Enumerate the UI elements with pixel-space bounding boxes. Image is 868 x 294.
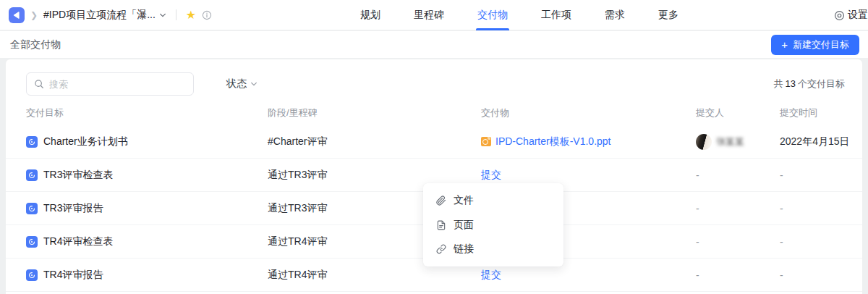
tab-requirements[interactable]: 需求 bbox=[605, 0, 625, 30]
submitter-name: 张某某 bbox=[716, 135, 744, 148]
tab-planning[interactable]: 规划 bbox=[360, 0, 380, 30]
tab-work-items[interactable]: 工作项 bbox=[541, 0, 571, 30]
filter-row: 状态 共13个交付目标 bbox=[26, 72, 845, 96]
stage-name: 通过TR4评审 bbox=[268, 269, 327, 282]
stage-name: 通过TR3评审 bbox=[268, 169, 327, 182]
chevron-down-icon bbox=[250, 80, 258, 88]
submitter-empty: - bbox=[696, 236, 699, 248]
target-name[interactable]: Charter业务计划书 bbox=[43, 135, 128, 148]
submitter-empty: - bbox=[696, 169, 699, 181]
submit-time-empty: - bbox=[780, 169, 783, 181]
deliverable-target-icon bbox=[26, 169, 38, 181]
table-header: 交付目标 阶段/里程碑 交付物 提交人 提交时间 bbox=[6, 101, 862, 125]
status-filter-label: 状态 bbox=[226, 77, 247, 91]
deliverable-file-link[interactable]: IPD-Charter模板-V1.0.ppt bbox=[495, 135, 611, 148]
status-filter[interactable]: 状态 bbox=[226, 77, 258, 91]
tab-milestone[interactable]: 里程碑 bbox=[414, 0, 444, 30]
target-name[interactable]: TR4评审报告 bbox=[43, 269, 103, 282]
stage-name: 通过TR3评审 bbox=[268, 202, 327, 215]
link-icon bbox=[436, 244, 446, 254]
project-title-dropdown[interactable]: #IPD项目立项流程「瀑... bbox=[43, 9, 166, 22]
top-bar: ❯ #IPD项目立项流程「瀑... ★ 规划 里程碑 交付物 工作项 需求 更多… bbox=[0, 0, 868, 30]
deliverable-target-icon bbox=[26, 236, 38, 248]
plus-icon: + bbox=[781, 38, 788, 51]
target-name[interactable]: TR3评审检查表 bbox=[43, 169, 113, 182]
page: ❯ #IPD项目立项流程「瀑... ★ 规划 里程碑 交付物 工作项 需求 更多… bbox=[0, 0, 868, 294]
favorite-star-icon[interactable]: ★ bbox=[186, 9, 196, 21]
tab-deliverables[interactable]: 交付物 bbox=[477, 0, 508, 30]
search-icon bbox=[34, 79, 44, 89]
submit-time-empty: - bbox=[780, 269, 783, 281]
divider bbox=[176, 9, 176, 20]
view-title: 全部交付物 bbox=[10, 38, 61, 51]
deliverables-count: 共13个交付目标 bbox=[774, 77, 845, 91]
project-title: #IPD项目立项流程「瀑... bbox=[43, 9, 156, 22]
search-box[interactable] bbox=[26, 72, 194, 96]
tab-more[interactable]: 更多 bbox=[658, 0, 678, 30]
submit-time-empty: - bbox=[780, 203, 783, 214]
search-input[interactable] bbox=[49, 79, 186, 90]
menu-item-page[interactable]: 页面 bbox=[423, 214, 563, 237]
gear-icon bbox=[834, 10, 845, 21]
ppt-file-icon bbox=[481, 137, 491, 146]
menu-item-page-label: 页面 bbox=[454, 219, 474, 232]
submitter-empty: - bbox=[696, 269, 699, 281]
col-header-target: 交付目标 bbox=[26, 106, 64, 119]
col-header-submitter: 提交人 bbox=[696, 106, 724, 119]
deliverable-target-icon bbox=[26, 203, 38, 214]
sub-toolbar: 全部交付物 + 新建交付目标 bbox=[0, 31, 868, 58]
stage-name: #Charter评审 bbox=[268, 135, 327, 148]
deliverable-target-icon bbox=[26, 136, 38, 148]
app-logo-icon[interactable] bbox=[9, 7, 25, 23]
page-icon bbox=[436, 220, 446, 230]
submit-type-menu: 文件 页面 链接 bbox=[423, 183, 563, 266]
menu-item-file-label: 文件 bbox=[454, 194, 474, 207]
settings-button[interactable]: 设置 bbox=[834, 0, 868, 30]
avatar bbox=[696, 134, 712, 150]
deliverable-target-icon bbox=[26, 269, 38, 281]
new-deliverable-label: 新建交付目标 bbox=[793, 38, 849, 51]
menu-item-link-label: 链接 bbox=[454, 243, 474, 256]
col-header-deliverable: 交付物 bbox=[481, 106, 509, 119]
stage-name: 通过TR4评审 bbox=[268, 235, 327, 248]
chevron-down-icon bbox=[159, 12, 166, 19]
menu-item-file[interactable]: 文件 bbox=[423, 189, 563, 212]
submit-time: 2022年4月15日 bbox=[780, 135, 850, 148]
new-deliverable-button[interactable]: + 新建交付目标 bbox=[771, 35, 859, 55]
settings-label: 设置 bbox=[848, 9, 868, 22]
submit-link[interactable]: 提交 bbox=[481, 169, 501, 182]
col-header-stage: 阶段/里程碑 bbox=[268, 106, 318, 119]
info-icon[interactable] bbox=[202, 10, 212, 20]
paperclip-icon bbox=[436, 196, 446, 206]
target-name[interactable]: TR4评审检查表 bbox=[43, 235, 113, 248]
submit-time-empty: - bbox=[780, 236, 783, 248]
table-row[interactable]: Charter业务计划书 #Charter评审 IPD-Charter模板-V1… bbox=[6, 125, 862, 159]
target-name[interactable]: TR3评审报告 bbox=[43, 202, 103, 215]
submit-link[interactable]: 提交 bbox=[481, 269, 501, 282]
col-header-time: 提交时间 bbox=[780, 106, 817, 119]
menu-item-link[interactable]: 链接 bbox=[423, 238, 563, 261]
nav-tabs: 规划 里程碑 交付物 工作项 需求 更多 bbox=[360, 0, 678, 30]
breadcrumb-chevron-icon: ❯ bbox=[30, 10, 38, 20]
submitter-empty: - bbox=[696, 203, 699, 214]
